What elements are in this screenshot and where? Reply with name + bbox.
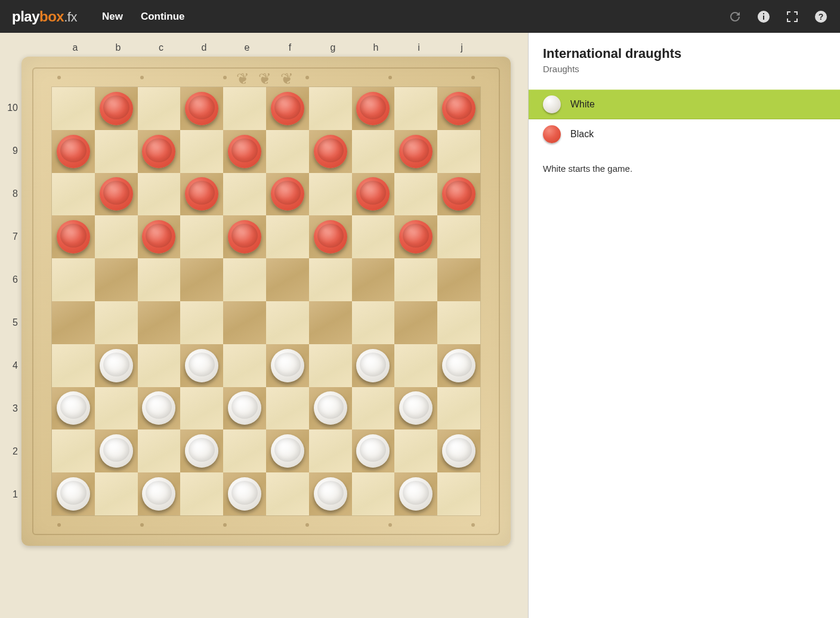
cell-a5[interactable] [52,301,95,344]
white-piece[interactable] [228,391,261,425]
cell-i9[interactable] [394,130,437,173]
cell-a9[interactable] [52,130,95,173]
cell-j4[interactable] [437,344,480,387]
red-piece[interactable] [442,177,475,211]
player-black[interactable]: Black [529,119,840,149]
white-piece[interactable] [442,349,475,382]
white-piece[interactable] [100,434,133,468]
cell-b6[interactable] [95,258,138,301]
refresh-icon[interactable] [728,10,742,24]
cell-h2[interactable] [352,429,395,472]
red-piece[interactable] [228,135,261,168]
cell-i1[interactable] [394,472,437,515]
cell-h8[interactable] [352,173,395,216]
cell-i5[interactable] [394,301,437,344]
cell-d2[interactable] [180,429,223,472]
white-piece[interactable] [185,434,218,468]
cell-g9[interactable] [309,130,352,173]
red-piece[interactable] [100,177,133,211]
white-piece[interactable] [356,434,390,468]
cell-j10[interactable] [437,87,480,130]
red-piece[interactable] [399,135,433,168]
red-piece[interactable] [185,177,218,211]
cell-g7[interactable] [309,215,352,258]
white-piece[interactable] [314,477,347,511]
app-logo[interactable]: playbox.fx [12,8,77,25]
cell-d10[interactable] [180,87,223,130]
cell-e7[interactable] [223,215,266,258]
white-piece[interactable] [314,391,347,425]
cell-f8[interactable] [266,173,309,216]
help-icon[interactable]: ? [814,10,828,24]
red-piece[interactable] [100,92,133,125]
red-piece[interactable] [57,135,90,168]
cell-h10[interactable] [352,87,395,130]
cell-f2[interactable] [266,429,309,472]
white-piece[interactable] [142,477,175,511]
red-piece[interactable] [442,92,475,125]
cell-a1[interactable] [52,472,95,515]
cell-g5[interactable] [309,301,352,344]
red-piece[interactable] [57,220,90,254]
cell-e9[interactable] [223,130,266,173]
player-white[interactable]: White [529,89,840,119]
cell-d6[interactable] [180,258,223,301]
cell-c7[interactable] [138,215,181,258]
white-piece[interactable] [57,391,90,425]
cell-b10[interactable] [95,87,138,130]
red-piece[interactable] [356,92,390,125]
white-piece[interactable] [442,434,475,468]
cell-g1[interactable] [309,472,352,515]
white-piece[interactable] [100,349,133,382]
red-piece[interactable] [314,135,347,168]
white-piece[interactable] [185,349,218,382]
menu-continue[interactable]: Continue [141,11,185,23]
red-piece[interactable] [185,92,218,125]
white-piece[interactable] [356,349,390,382]
cell-h4[interactable] [352,344,395,387]
cell-i3[interactable] [394,387,437,430]
menu-new[interactable]: New [102,11,123,23]
cell-c1[interactable] [138,472,181,515]
red-piece[interactable] [271,92,304,125]
red-piece[interactable] [142,220,175,254]
cell-e1[interactable] [223,472,266,515]
cell-c9[interactable] [138,130,181,173]
white-piece[interactable] [57,477,90,511]
red-piece[interactable] [271,177,304,211]
cell-d4[interactable] [180,344,223,387]
cell-f6[interactable] [266,258,309,301]
red-piece[interactable] [314,220,347,254]
cell-j2[interactable] [437,429,480,472]
cell-i7[interactable] [394,215,437,258]
cell-c5[interactable] [138,301,181,344]
white-piece[interactable] [399,477,433,511]
red-piece[interactable] [228,220,261,254]
fullscreen-icon[interactable] [785,10,799,24]
cell-h6[interactable] [352,258,395,301]
cell-e5[interactable] [223,301,266,344]
cell-a7[interactable] [52,215,95,258]
cell-j6[interactable] [437,258,480,301]
white-piece[interactable] [228,477,261,511]
cell-b4[interactable] [95,344,138,387]
cell-e3[interactable] [223,387,266,430]
red-piece[interactable] [399,220,433,254]
white-piece[interactable] [142,391,175,425]
cell-f4[interactable] [266,344,309,387]
red-piece[interactable] [142,135,175,168]
cell-b8[interactable] [95,173,138,216]
cell-b2[interactable] [95,429,138,472]
cell-j8[interactable] [437,173,480,216]
cell-a3[interactable] [52,387,95,430]
info-icon[interactable] [756,10,771,24]
white-piece[interactable] [399,391,433,425]
white-piece[interactable] [271,434,304,468]
white-piece[interactable] [271,349,304,382]
cell-f10[interactable] [266,87,309,130]
red-piece[interactable] [356,177,390,211]
cell-g3[interactable] [309,387,352,430]
draughts-board[interactable] [51,86,481,516]
cell-d8[interactable] [180,173,223,216]
cell-c3[interactable] [138,387,181,430]
